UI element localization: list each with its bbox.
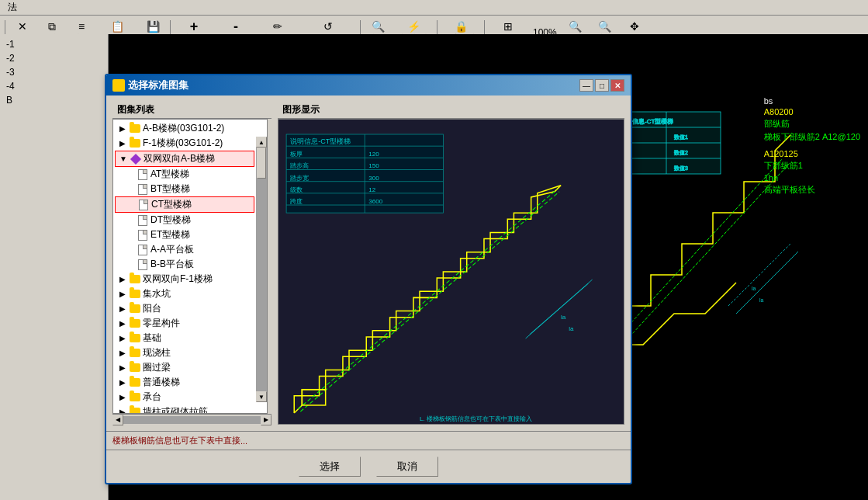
tree-expand-17[interactable]: ▶ <box>116 362 129 374</box>
tree-item-16[interactable]: ▶ 现浇柱 <box>115 345 254 360</box>
svg-text:踏步宽: 踏步宽 <box>290 175 309 182</box>
svg-text:级数: 级数 <box>290 186 303 193</box>
tree-item-text-16: 现浇柱 <box>143 346 171 359</box>
tree-wrapper: 图集列表 ▶ A-B楼梯(03G101-2) ▶ F- <box>112 102 271 425</box>
dialog-cancel-button[interactable]: 取消 <box>376 457 438 477</box>
tree-icon-4 <box>137 168 149 181</box>
anno-bottom-bar1: 下部纵筋1 <box>764 160 860 172</box>
tree-item-text-6: CT型楼梯 <box>151 198 192 211</box>
tree-item-3[interactable]: ▼ 双网双向A-B楼梯 <box>115 151 254 167</box>
svg-text:la: la <box>561 314 566 321</box>
tree-item-5[interactable]: BT型楼梯 <box>115 182 254 196</box>
svg-line-42 <box>526 283 589 339</box>
maximize-button[interactable]: □ <box>595 79 609 92</box>
tree-item-text-4: AT型楼梯 <box>150 168 189 181</box>
tree-expand-16[interactable]: ▶ <box>116 347 129 359</box>
tree-icon-9 <box>137 244 149 256</box>
dialog-title-icon <box>112 79 125 92</box>
tree-expand-3[interactable]: ▼ <box>117 153 130 165</box>
tree-icon-2 <box>129 137 141 150</box>
anno-1hn: 1hn <box>764 173 860 182</box>
tree-item-2[interactable]: ▶ F-1楼梯(03G101-2) <box>115 136 254 151</box>
tree-item-17[interactable]: ▶ 圈过梁 <box>115 360 254 375</box>
tree-icon-16 <box>129 347 141 359</box>
dialog-overlay: 选择标准图集 — □ ✕ 图集列表 ▶ A-B楼梯(0 <box>0 0 868 500</box>
tree-icon-13 <box>129 303 141 315</box>
tree-expand-12[interactable]: ▶ <box>116 288 129 300</box>
hscroll-right-arrow[interactable]: ▶ <box>261 415 271 425</box>
tree-hscrollbar[interactable]: ◀ ▶ <box>112 414 271 425</box>
anno-bs: bs <box>764 96 860 106</box>
tree-panel[interactable]: ▶ A-B楼梯(03G101-2) ▶ F-1楼梯(03G101-2) <box>112 119 268 414</box>
preview-panel-header: 图形显示 <box>278 102 624 119</box>
hscroll-left-arrow[interactable]: ◀ <box>112 415 123 425</box>
tree-icon-11 <box>129 273 141 286</box>
tree-item-10[interactable]: B-B平台板 <box>115 257 254 272</box>
dialog-info-text: 楼梯板钢筋信息也可在下表中直接 <box>112 435 240 446</box>
tree-icon-3 <box>130 153 142 165</box>
dialog-info-continuation: ... <box>240 436 247 446</box>
tree-expand-15[interactable]: ▶ <box>116 332 129 345</box>
hscroll-track[interactable] <box>123 416 261 424</box>
tree-item-text-1: A-B楼梯(03G101-2) <box>143 122 224 135</box>
tree-icon-5 <box>137 183 149 196</box>
tree-icon-1 <box>129 123 141 135</box>
tree-icon-10 <box>137 259 149 271</box>
svg-line-41 <box>530 280 593 335</box>
dialog-select-button[interactable]: 选择 <box>299 457 361 477</box>
tree-item-18[interactable]: ▶ 普通楼梯 <box>115 375 254 390</box>
tree-item-text-15: 基础 <box>143 332 161 345</box>
tree-item-19[interactable]: ▶ 承台 <box>115 390 254 405</box>
tree-expand-11[interactable]: ▶ <box>116 273 129 286</box>
anno-part-bar: 部纵筋 <box>764 118 860 130</box>
vscroll-thumb[interactable] <box>257 148 266 179</box>
vscroll-track[interactable] <box>256 148 267 391</box>
anno-high-end: 高端平板径长 <box>764 184 860 196</box>
tree-expand-1[interactable]: ▶ <box>116 123 129 135</box>
tree-vscrollbar[interactable]: ▲ ▼ <box>256 137 267 402</box>
tree-item-text-11: 双网双向F-1楼梯 <box>143 273 213 286</box>
svg-text:12: 12 <box>368 186 375 193</box>
dialog-controls: — □ ✕ <box>579 79 624 92</box>
tree-item-text-17: 圈过梁 <box>143 361 171 374</box>
dialog-titlebar[interactable]: 选择标准图集 — □ ✕ <box>106 75 631 95</box>
tree-item-12[interactable]: ▶ 集水坑 <box>115 286 254 301</box>
tree-item-15[interactable]: ▶ 基础 <box>115 331 254 345</box>
anno-a120125: A120125 <box>764 149 860 158</box>
tree-item-7[interactable]: DT型楼梯 <box>115 213 254 227</box>
tree-item-11[interactable]: ▶ 双网双向F-1楼梯 <box>115 272 254 286</box>
tree-content: ▶ A-B楼梯(03G101-2) ▶ F-1楼梯(03G101-2) <box>113 120 256 414</box>
tree-item-9[interactable]: A-A平台板 <box>115 242 254 257</box>
tree-icon-8 <box>137 229 149 241</box>
svg-line-40 <box>300 192 559 411</box>
minimize-button[interactable]: — <box>579 79 593 92</box>
tree-item-text-8: ET型楼梯 <box>150 228 190 241</box>
vscroll-down-arrow[interactable]: ▼ <box>256 391 267 402</box>
vscroll-up-arrow[interactable]: ▲ <box>256 137 267 148</box>
tree-expand-19[interactable]: ▶ <box>116 391 129 404</box>
tree-item-text-7: DT型楼梯 <box>150 214 191 227</box>
tree-expand-14[interactable]: ▶ <box>116 318 129 330</box>
tree-item-4[interactable]: AT型楼梯 <box>115 167 254 182</box>
svg-text:L. 楼梯板钢筋信息也可在下表中直接输入: L. 楼梯板钢筋信息也可在下表中直接输入 <box>420 415 532 422</box>
tree-item-20[interactable]: ▶ 墙柱或砌体拉筋 <box>115 405 254 414</box>
right-annotations: bs A80200 部纵筋 梯板下部纵筋2 A12@120 A120125 下部… <box>764 96 860 196</box>
tree-item-8[interactable]: ET型楼梯 <box>115 227 254 242</box>
tree-icon-20 <box>129 406 141 415</box>
close-button[interactable]: ✕ <box>610 79 624 92</box>
tree-icon-18 <box>129 377 141 389</box>
tree-expand-18[interactable]: ▶ <box>116 377 129 389</box>
tree-item-1[interactable]: ▶ A-B楼梯(03G101-2) <box>115 121 254 136</box>
tree-item-13[interactable]: ▶ 阳台 <box>115 301 254 316</box>
svg-line-39 <box>298 189 557 409</box>
tree-expand-2[interactable]: ▶ <box>116 137 129 150</box>
tree-expand-20[interactable]: ▶ <box>116 406 129 415</box>
tree-item-6[interactable]: CT型楼梯 <box>115 196 254 213</box>
dialog-body: 图集列表 ▶ A-B楼梯(03G101-2) ▶ F- <box>106 95 631 431</box>
tree-expand-13[interactable]: ▶ <box>116 303 129 315</box>
tree-item-text-20: 墙柱或砌体拉筋 <box>143 405 208 414</box>
tree-icon-7 <box>137 214 149 227</box>
tree-item-text-19: 承台 <box>143 391 161 404</box>
preview-wrapper: 图形显示 说明信息-CT型楼梯 板厚 <box>278 102 624 425</box>
tree-item-14[interactable]: ▶ 零星构件 <box>115 316 254 331</box>
